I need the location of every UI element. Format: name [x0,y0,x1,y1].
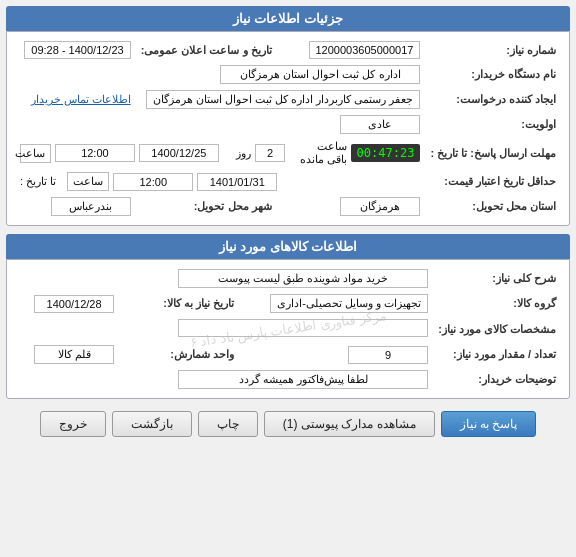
chap-button[interactable]: چاپ [198,411,258,437]
tarikh-niyaz-label: تاریخ نیاز به کالا: [119,291,239,316]
ostan-box: هرمزگان [340,197,420,216]
section-info: جزئیات اطلاعات نیاز شماره نیاز: 12000036… [6,6,570,226]
need-section-header: اطلاعات کالاهای مورد نیاز [6,234,570,259]
mohlet-saaat-value: 12:00 [55,144,135,162]
mohlet-ersal-label: مهلت ارسال پاسخ: تا تاریخ : [425,137,561,169]
contact-link[interactable]: اطلاعات تماس خریدار [31,93,131,105]
tarikh-niyaz-box: 1400/12/28 [34,295,114,313]
towzih-box: لطفا پیش‌فاکتور همیشه گردد [178,370,428,389]
roz-label: روز [236,147,251,160]
tarikh-value: 1400/12/23 - 09:28 [15,38,136,62]
shmare-label: شماره نیاز: [425,38,561,62]
tedad-box: 9 [348,346,428,364]
alaviyat-box: عادی [340,115,420,134]
button-row: پاسخ به نیاز مشاهده مدارک پیوستی (1) چاپ… [6,407,570,441]
vahed-box: قلم کالا [34,345,114,364]
tarikh-niyaz-value: 1400/12/28 [15,291,119,316]
bazgasht-button[interactable]: بازگشت [112,411,192,437]
mohlet-ersal-row: ساعت 12:00 1400/12/25 روز 2 ساعت باقی ما… [15,137,425,169]
shahr-box: بندرعباس [51,197,131,216]
sharh-koli-box: خرید مواد شوینده طبق لیست پیوست [178,269,428,288]
towzih-label: توضیحات خریدار: [433,367,561,392]
sharh-koli-label: شرح کلی نیاز: [433,266,561,291]
tedad-label: تعداد / مقدار مورد نیاز: [433,342,561,367]
jadval-ta-label: تا تاریخ : [20,175,56,188]
nam-dastgah-label: نام دستگاه خریدار: [425,62,561,87]
jadval-saaat-value: 12:00 [113,173,193,191]
timer-box: 00:47:23 [351,144,421,162]
vahed-value: قلم کالا [15,342,119,367]
info-section-header: جزئیات اطلاعات نیاز [6,6,570,31]
tarikh-box: 1400/12/23 - 09:28 [24,41,130,59]
nam-dastgah-value: اداره کل ثبت احوال استان هرمزگان [15,62,425,87]
jadval-row: تا تاریخ : ساعت 12:00 1401/01/31 [15,169,425,194]
saaat-baghi-label: ساعت باقی مانده [296,140,346,166]
ijad-konande-label: ایجاد کننده درخواست: [425,87,561,112]
towzih-value: لطفا پیش‌فاکتور همیشه گردد [15,367,433,392]
jadval-label: حداقل تاریخ اعتبار قیمت: [425,169,561,194]
alaviyat-value: عادی [15,112,425,137]
nam-dastgah-box: اداره کل ثبت احوال استان هرمزگان [220,65,420,84]
shmare-value: 1200003605000017 [277,38,426,62]
ostan-value: هرمزگان [277,194,426,219]
section-need: اطلاعات کالاهای مورد نیاز مرکز فناوری اط… [6,234,570,399]
vahed-label: واحد شمارش: [119,342,239,367]
khoroj-button[interactable]: خروج [40,411,106,437]
shmare-box: 1200003605000017 [309,41,421,59]
modarak-button[interactable]: مشاهده مدارک پیوستی (1) [264,411,435,437]
moshakhasat-value [15,316,433,342]
ijad-konande-value: جعفر رستمی کاربردار اداره کل ثبت احوال ا… [136,87,426,112]
moshakhasat-box [178,319,428,337]
tedad-value: 9 [239,342,433,367]
gorouh-kala-value: تجهیزات و وسایل تحصیلی-اداری [239,291,433,316]
shahr-label: شهر محل تحویل: [136,194,277,219]
gorouh-kala-label: گروه کالا: [433,291,561,316]
tarikh-label: تاریخ و ساعت اعلان عمومی: [136,38,277,62]
alaviyat-label: اولویت: [425,112,561,137]
gorouh-kala-box: تجهیزات و وسایل تحصیلی-اداری [270,294,428,313]
mohlet-saaat-label: ساعت [20,144,51,163]
sharh-koli-value: خرید مواد شوینده طبق لیست پیوست [15,266,433,291]
contact-link-cell[interactable]: اطلاعات تماس خریدار [15,87,136,112]
jadval-saaat-label: ساعت [67,172,109,191]
mohlet-date-box: 1400/12/25 [139,144,219,162]
roz-value: 2 [255,144,285,162]
shahr-value: بندرعباس [15,194,136,219]
ijad-konande-box: جعفر رستمی کاربردار اداره کل ثبت احوال ا… [146,90,420,109]
moshakhasat-label: مشخصات کالای مورد نیاز: [433,316,561,342]
jadval-date-box: 1401/01/31 [197,173,277,191]
ostan-label: استان محل تحویل: [425,194,561,219]
pasakh-button[interactable]: پاسخ به نیاز [441,411,537,437]
